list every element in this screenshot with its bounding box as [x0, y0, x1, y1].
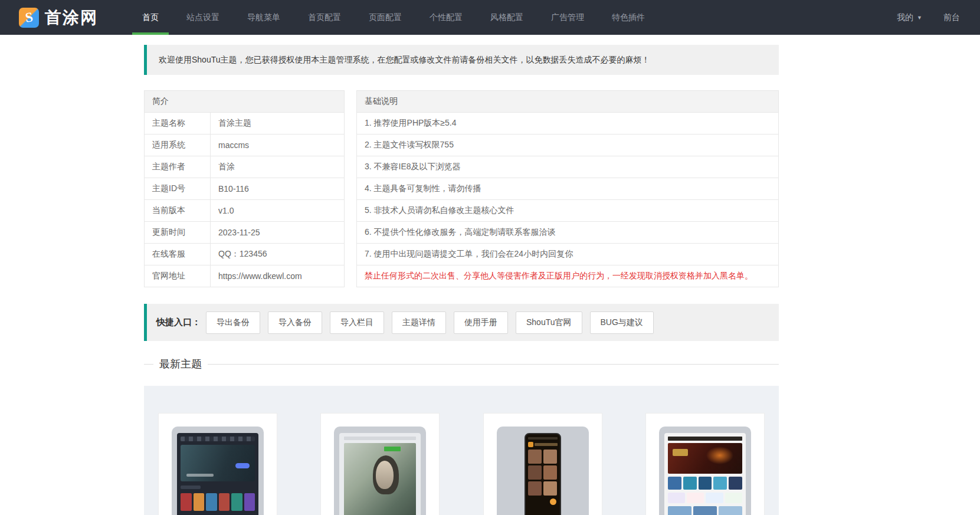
notes-table: 基础说明 1. 推荐使用PHP版本≥5.42. 主题文件读写权限7553. 不兼…: [356, 90, 779, 287]
logo-text: 首涂网: [45, 6, 98, 29]
intro-table: 简介 主题名称首涂主题适用系统maccms主题作者首涂主题ID号B10-116当…: [144, 90, 345, 287]
notes-table-row: 5. 非技术人员请勿私自修改主题核心文件: [357, 200, 779, 222]
quick-entry-button-5[interactable]: 使用手册: [454, 311, 508, 334]
quick-entry-button-7[interactable]: BUG与建议: [590, 311, 654, 334]
notes-row-text: 7. 使用中出现问题请提交工单，我们会在24小时内回复你: [357, 244, 779, 265]
notes-row-text: 3. 不兼容IE8及以下浏览器: [357, 156, 779, 178]
notes-warning-text: 禁止任何形式的二次出售、分享他人等侵害作者及正版用户的行为，一经发现取消授权资格…: [357, 265, 779, 287]
nav-item-5[interactable]: 页面配置: [359, 0, 412, 35]
theme-card-4[interactable]: [645, 413, 765, 515]
video-player-theme-thumbnail: [334, 427, 426, 515]
nav-item-9[interactable]: 特色插件: [602, 0, 655, 35]
theme-card-3[interactable]: [483, 413, 602, 515]
intro-table-row: 适用系统maccms: [145, 135, 345, 156]
nav-item-1[interactable]: 首页: [132, 0, 169, 35]
quick-entry-bar: 快捷入口： 导出备份导入备份导入栏目主题详情使用手册ShouTu官网BUG与建议: [144, 304, 779, 341]
latest-themes-title: 最新主题: [159, 357, 202, 371]
intro-row-label: 主题作者: [145, 156, 211, 178]
intro-row-label: 适用系统: [145, 135, 211, 156]
intro-row-value: B10-116: [211, 178, 345, 200]
latest-themes-panel: [144, 386, 779, 515]
latest-themes-heading: 最新主题: [144, 355, 779, 373]
intro-table-row: 主题ID号B10-116: [145, 178, 345, 200]
my-dropdown-label: 我的: [897, 12, 913, 23]
intro-row-value: 首涂: [211, 156, 345, 178]
my-dropdown[interactable]: 我的 ▼: [897, 12, 922, 23]
intro-row-label: 更新时间: [145, 222, 211, 244]
intro-row-value: QQ：123456: [211, 244, 345, 265]
quick-entry-label: 快捷入口：: [156, 317, 201, 328]
main-content: 欢迎使用ShouTu主题，您已获得授权使用本主题管理系统，在您配置或修改文件前请…: [144, 45, 779, 515]
intro-row-label: 主题ID号: [145, 178, 211, 200]
notes-row-text: 2. 主题文件读写权限755: [357, 135, 779, 156]
info-tables: 简介 主题名称首涂主题适用系统maccms主题作者首涂主题ID号B10-116当…: [144, 90, 779, 287]
quick-entry-button-4[interactable]: 主题详情: [392, 311, 446, 334]
notes-table-row: 7. 使用中出现问题请提交工单，我们会在24小时内回复你: [357, 244, 779, 265]
quick-entry-buttons: 导出备份导入备份导入栏目主题详情使用手册ShouTu官网BUG与建议: [206, 311, 661, 334]
notes-table-row: 1. 推荐使用PHP版本≥5.4: [357, 113, 779, 135]
intro-table-row: 主题名称首涂主题: [145, 113, 345, 135]
nav-item-2[interactable]: 站点设置: [176, 0, 230, 35]
intro-table-row: 主题作者首涂: [145, 156, 345, 178]
dark-movie-desktop-theme-thumbnail: [172, 427, 264, 515]
notes-table-row: 4. 主题具备可复制性，请勿传播: [357, 178, 779, 200]
intro-table-body: 主题名称首涂主题适用系统maccms主题作者首涂主题ID号B10-116当前版本…: [145, 113, 345, 287]
logo[interactable]: S 首涂网: [19, 6, 98, 29]
intro-row-label: 主题名称: [145, 113, 211, 135]
navbar-right: 我的 ▼ 前台: [897, 12, 960, 23]
game-portal-theme-thumbnail: [659, 427, 751, 515]
welcome-alert: 欢迎使用ShouTu主题，您已获得授权使用本主题管理系统，在您配置或修改文件前请…: [144, 45, 779, 75]
chevron-down-icon: ▼: [917, 15, 922, 21]
intro-row-label: 在线客服: [145, 244, 211, 265]
notes-row-text: 4. 主题具备可复制性，请勿传播: [357, 178, 779, 200]
welcome-alert-text: 欢迎使用ShouTu主题，您已获得授权使用本主题管理系统，在您配置或修改文件前请…: [159, 55, 650, 65]
intro-table-row: 在线客服QQ：123456: [145, 244, 345, 265]
nav-item-7[interactable]: 风格配置: [480, 0, 533, 35]
intro-row-value: 2023-11-25: [211, 222, 345, 244]
intro-table-row: 更新时间2023-11-25: [145, 222, 345, 244]
intro-row-value: https://www.dkewl.com: [211, 265, 345, 287]
quick-entry-button-1[interactable]: 导出备份: [206, 311, 260, 334]
theme-card-2[interactable]: [320, 413, 440, 515]
notes-table-title: 基础说明: [357, 91, 779, 113]
heading-divider-left: [144, 364, 153, 365]
notes-table-row: 3. 不兼容IE8及以下浏览器: [357, 156, 779, 178]
heading-divider-right: [208, 364, 779, 365]
intro-row-value: v1.0: [211, 200, 345, 222]
mobile-app-theme-thumbnail: [497, 427, 589, 515]
notes-table-row: 2. 主题文件读写权限755: [357, 135, 779, 156]
quick-entry-button-3[interactable]: 导入栏目: [330, 311, 384, 334]
notes-row-text: 1. 推荐使用PHP版本≥5.4: [357, 113, 779, 135]
notes-row-text: 5. 非技术人员请勿私自修改主题核心文件: [357, 200, 779, 222]
notes-table-row: 6. 不提供个性化修改服务，高端定制请联系客服洽谈: [357, 222, 779, 244]
notes-table-body: 1. 推荐使用PHP版本≥5.42. 主题文件读写权限7553. 不兼容IE8及…: [357, 113, 779, 287]
notes-warning-row: 禁止任何形式的二次出售、分享他人等侵害作者及正版用户的行为，一经发现取消授权资格…: [357, 265, 779, 287]
quick-entry-button-2[interactable]: 导入备份: [268, 311, 322, 334]
frontend-link[interactable]: 前台: [943, 12, 960, 23]
intro-row-value: 首涂主题: [211, 113, 345, 135]
intro-row-value: maccms: [211, 135, 345, 156]
intro-table-row: 官网地址https://www.dkewl.com: [145, 265, 345, 287]
nav-item-4[interactable]: 首页配置: [298, 0, 351, 35]
navbar: S 首涂网 首页站点设置导航菜单首页配置页面配置个性配置风格配置广告管理特色插件…: [0, 0, 980, 35]
intro-row-label: 当前版本: [145, 200, 211, 222]
quick-entry-button-6[interactable]: ShouTu官网: [516, 311, 582, 334]
intro-table-row: 当前版本v1.0: [145, 200, 345, 222]
notes-row-text: 6. 不提供个性化修改服务，高端定制请联系客服洽谈: [357, 222, 779, 244]
theme-card-1[interactable]: [158, 413, 277, 515]
intro-row-label: 官网地址: [145, 265, 211, 287]
nav-item-8[interactable]: 广告管理: [541, 0, 594, 35]
intro-table-title: 简介: [145, 91, 345, 113]
nav-item-6[interactable]: 个性配置: [419, 0, 473, 35]
nav-item-3[interactable]: 导航菜单: [237, 0, 290, 35]
brand-s-icon: S: [19, 8, 39, 28]
main-nav: 首页站点设置导航菜单首页配置页面配置个性配置风格配置广告管理特色插件: [132, 0, 663, 35]
